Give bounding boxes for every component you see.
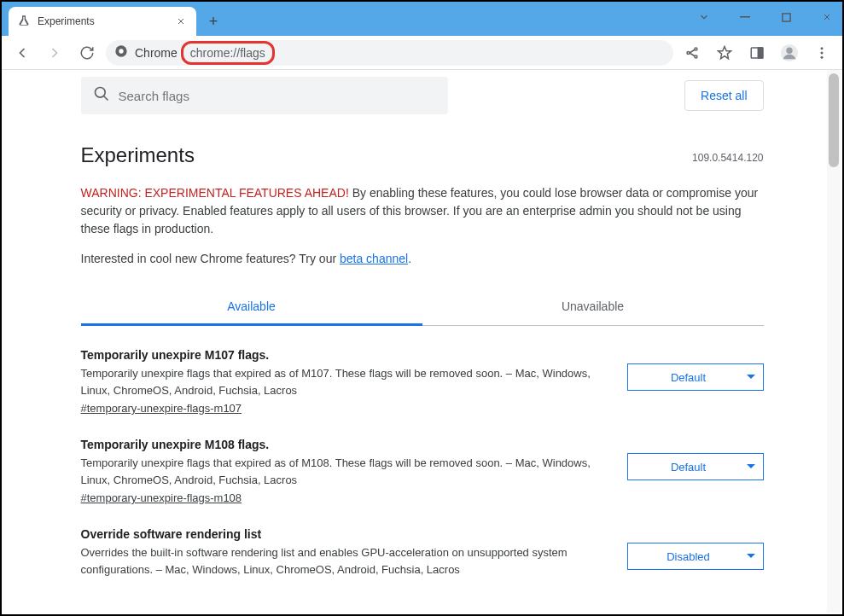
minimize-icon[interactable]: [735, 7, 755, 27]
share-icon[interactable]: [678, 39, 706, 67]
menu-icon[interactable]: [808, 39, 835, 67]
warning-bold: WARNING: EXPERIMENTAL FEATURES AHEAD!: [81, 186, 349, 200]
flag-select[interactable]: Default: [627, 363, 764, 391]
svg-point-12: [821, 47, 824, 49]
reload-button[interactable]: [73, 39, 101, 67]
tab-title: Experiments: [38, 15, 167, 27]
window-controls: [694, 7, 837, 27]
flag-desc: Overrides the built-in software renderin…: [81, 544, 610, 578]
maximize-icon[interactable]: [776, 7, 796, 27]
tab-unavailable[interactable]: Unavailable: [422, 289, 764, 325]
back-button[interactable]: [9, 39, 36, 67]
flag-anchor-link[interactable]: #temporary-unexpire-flags-m107: [81, 402, 242, 415]
version-text: 109.0.5414.120: [692, 152, 763, 164]
search-icon: [93, 85, 110, 106]
svg-point-3: [119, 49, 123, 53]
interest-text: Interested in cool new Chrome features? …: [81, 252, 764, 265]
forward-button[interactable]: [41, 39, 68, 67]
address-bar[interactable]: Chrome chrome://flags: [106, 40, 673, 66]
svg-rect-1: [782, 13, 789, 20]
profile-icon[interactable]: [776, 39, 803, 67]
flag-select[interactable]: Default: [627, 453, 764, 480]
browser-toolbar: Chrome chrome://flags: [2, 36, 842, 70]
search-flags-box[interactable]: [81, 77, 448, 114]
tab-available[interactable]: Available: [81, 289, 422, 326]
bookmark-icon[interactable]: [711, 39, 738, 67]
close-window-icon[interactable]: [817, 7, 837, 27]
svg-point-14: [821, 55, 824, 58]
flag-row: Override software rendering list Overrid…: [81, 505, 764, 578]
flag-row: Temporarily unexpire M107 flags. Tempora…: [81, 326, 764, 416]
page-title: Experiments: [81, 143, 764, 167]
svg-point-6: [695, 55, 697, 58]
flag-row: Temporarily unexpire M108 flags. Tempora…: [81, 416, 764, 505]
svg-point-13: [821, 51, 824, 54]
page-content: Reset all Experiments 109.0.5414.120 WAR…: [2, 70, 842, 614]
flag-title: Temporarily unexpire M108 flags.: [81, 438, 610, 451]
svg-point-15: [95, 88, 105, 98]
flag-title: Temporarily unexpire M107 flags.: [81, 348, 610, 362]
reset-all-button[interactable]: Reset all: [684, 80, 763, 111]
svg-rect-9: [759, 48, 763, 58]
flag-select[interactable]: Disabled: [627, 543, 764, 570]
close-tab-icon[interactable]: [174, 15, 188, 28]
flag-anchor-link[interactable]: #temporary-unexpire-flags-m108: [81, 491, 242, 504]
svg-point-11: [786, 47, 792, 53]
chevron-down-icon[interactable]: [694, 7, 714, 27]
svg-rect-0: [740, 16, 750, 18]
browser-tab[interactable]: Experiments: [9, 7, 196, 36]
beta-channel-link[interactable]: beta channel: [340, 252, 408, 265]
flag-desc: Temporarily unexpire flags that expired …: [81, 365, 610, 398]
flag-desc: Temporarily unexpire flags that expired …: [81, 455, 610, 488]
svg-point-4: [687, 51, 690, 54]
chrome-icon: [114, 44, 128, 61]
url-highlight: chrome://flags: [181, 41, 275, 65]
new-tab-button[interactable]: +: [201, 9, 225, 33]
search-input[interactable]: [119, 89, 436, 103]
warning-text: WARNING: EXPERIMENTAL FEATURES AHEAD! By…: [81, 184, 764, 238]
side-panel-icon[interactable]: [743, 39, 771, 67]
address-scheme: Chrome: [135, 46, 178, 60]
flag-title: Override software rendering list: [81, 527, 610, 541]
flask-icon: [17, 15, 31, 28]
flag-tabs: Available Unavailable: [81, 289, 764, 326]
window-titlebar: Experiments +: [2, 2, 842, 36]
svg-point-5: [695, 48, 697, 50]
address-url: chrome://flags: [190, 46, 265, 60]
